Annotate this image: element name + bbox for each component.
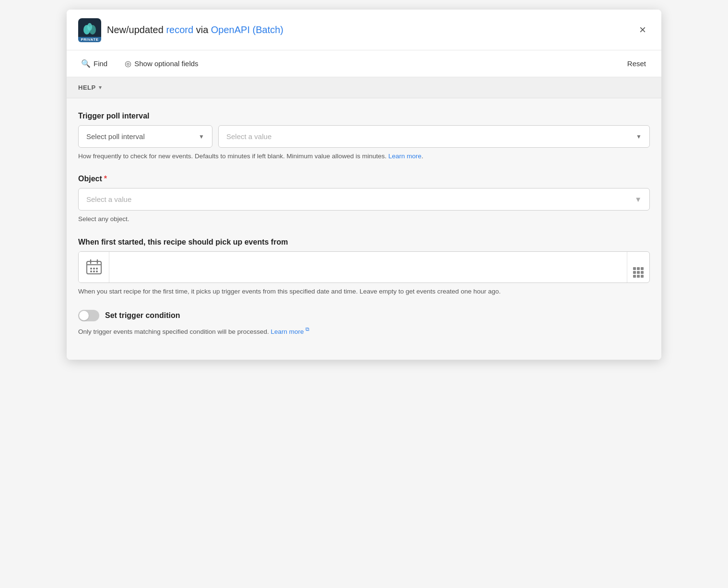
trigger-poll-interval-group: Trigger poll interval Select poll interv… [78, 112, 650, 161]
record-link[interactable]: record [166, 24, 193, 35]
app-logo: PRIVATE [78, 18, 101, 41]
datetime-field [78, 251, 650, 283]
svg-point-10 [90, 270, 92, 272]
poll-value-select-wrapper: Select a value ▼ [218, 125, 650, 148]
trigger-condition-toggle-row: Set trigger condition [78, 310, 650, 321]
when-first-started-label: When first started, this recipe should p… [78, 238, 650, 247]
calendar-icon-box [79, 252, 109, 282]
grid-icon [633, 267, 644, 278]
help-section: HELP ▾ [67, 77, 661, 98]
calendar-icon [85, 259, 103, 276]
private-badge: PRIVATE [78, 37, 101, 42]
external-link-icon: ⧉ [305, 326, 309, 332]
trigger-condition-group: Set trigger condition Only trigger event… [78, 310, 650, 337]
chevron-down-icon: ▼ [636, 133, 642, 140]
trigger-condition-toggle[interactable] [78, 310, 99, 321]
modal-container: PRIVATE New/updated record via OpenAPI (… [67, 10, 661, 360]
form-section: Trigger poll interval Select poll interv… [67, 98, 661, 360]
object-select[interactable]: Select a value ▼ [78, 188, 650, 211]
modal-header: PRIVATE New/updated record via OpenAPI (… [67, 10, 661, 50]
chevron-down-icon: ▾ [99, 84, 102, 91]
modal-body: HELP ▾ Trigger poll interval Select poll… [67, 77, 661, 360]
object-field-group: Object * Select a value ▼ Select any obj… [78, 175, 650, 224]
trigger-poll-label: Trigger poll interval [78, 112, 650, 120]
eye-icon: ◎ [125, 59, 131, 68]
reset-button[interactable]: Reset [623, 58, 650, 70]
svg-point-12 [96, 270, 98, 272]
required-indicator: * [104, 175, 107, 183]
header-left: PRIVATE New/updated record via OpenAPI (… [78, 18, 283, 41]
chevron-down-icon: ▼ [199, 133, 204, 140]
trigger-condition-label: Set trigger condition [105, 311, 180, 320]
trigger-poll-hint: How frequently to check for new events. … [78, 152, 650, 161]
openapi-link[interactable]: OpenAPI (Batch) [211, 24, 283, 35]
header-title: New/updated record via OpenAPI (Batch) [107, 24, 283, 35]
svg-point-11 [93, 270, 95, 272]
find-button[interactable]: 🔍 Find [78, 57, 110, 70]
trigger-learn-more-link[interactable]: Learn more [270, 328, 304, 335]
trigger-condition-hint: Only trigger events matching specified c… [78, 325, 650, 337]
chevron-down-icon: ▼ [634, 195, 642, 203]
show-optional-fields-button[interactable]: ◎ Show optional fields [122, 57, 201, 70]
object-label: Object * [78, 175, 650, 183]
datetime-input[interactable] [109, 252, 627, 282]
help-toggle-button[interactable]: HELP ▾ [78, 84, 102, 91]
poll-value-select[interactable]: Select a value ▼ [218, 125, 650, 148]
when-first-started-hint: When you start recipe for the first time… [78, 287, 650, 296]
toolbar-left: 🔍 Find ◎ Show optional fields [78, 57, 201, 70]
trigger-poll-row: Select poll interval ▼ Select a value ▼ [78, 125, 650, 148]
svg-point-8 [93, 268, 95, 270]
svg-point-2 [87, 23, 92, 31]
close-button[interactable]: × [635, 22, 650, 37]
when-first-started-group: When first started, this recipe should p… [78, 238, 650, 296]
toggle-knob [79, 311, 89, 320]
poll-interval-select[interactable]: Select poll interval ▼ [78, 125, 212, 148]
svg-point-7 [90, 268, 92, 270]
object-hint: Select any object. [78, 214, 650, 224]
svg-point-9 [96, 268, 98, 270]
poll-interval-select-wrapper: Select poll interval ▼ [78, 125, 212, 148]
search-icon: 🔍 [81, 59, 91, 68]
learn-more-link[interactable]: Learn more [388, 153, 422, 160]
toolbar: 🔍 Find ◎ Show optional fields Reset [67, 50, 661, 77]
datetime-grid-button[interactable] [627, 252, 649, 282]
